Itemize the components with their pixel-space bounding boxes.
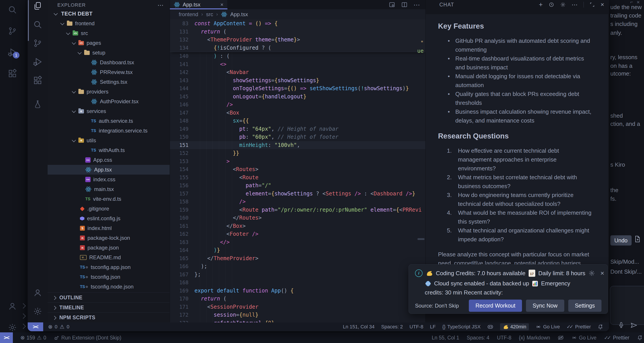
run-task-indicator[interactable]: Run Extension (Dont Skip) [54,335,121,341]
go-live-indicator[interactable]: Go Live [571,335,596,341]
tree-item-tsconfig-app-json[interactable]: TS⚙tsconfig.app.json [48,262,170,272]
code-line-158[interactable]: 158 /> [170,198,426,206]
code-line-166[interactable]: 166 ); [170,262,426,270]
undo-button[interactable]: Undo [610,235,632,245]
encoding[interactable]: UTF-8 [410,324,423,330]
code-line-146[interactable]: 146 /> [170,101,426,109]
tree-item-utils[interactable]: ⚒utils [48,136,170,145]
code-line-172[interactable]: 172 session={null} [170,311,426,319]
search-icon[interactable] [8,5,17,15]
cursor-position[interactable]: Ln 55, Col 1 [432,335,459,341]
code-line-142[interactable]: 142 <Navbar [170,68,426,77]
toast-close-icon[interactable]: × [600,269,604,277]
tree-item-auth-service-ts[interactable]: TSauth.service.ts [48,116,170,126]
code-line-157[interactable]: 157 element={showSettings ? <Settings />… [170,190,426,198]
code-line-154[interactable]: 154 <Routes> [170,165,426,173]
tree-item-app-css[interactable]: cssApp.css [48,155,170,165]
code-line-141[interactable]: 141 <> [170,60,426,69]
cursor-position[interactable]: Ln 151, Col 34 [343,324,374,330]
code-line-162[interactable]: 162 <Footer /> [170,230,426,238]
chat-more-icon[interactable]: ⋯ [572,1,578,9]
tree-item-readme-md[interactable]: M↓README.md [48,253,170,262]
language-mode[interactable]: {}TypeScript JSX [442,324,480,330]
chat-input-box[interactable] [610,286,644,325]
tab-close-icon[interactable]: × [220,2,224,8]
remote-indicator[interactable]: >< [28,322,43,331]
tree-item-dashboard-tsx[interactable]: Dashboard.tsx [48,58,170,67]
tree-item-integration-service-ts[interactable]: TSintegration.service.ts [48,126,170,136]
settings-gear-icon[interactable] [8,323,17,332]
code-line-149[interactable]: 149 pt: "64px", // Height of navbar [170,125,426,133]
go-live-indicator[interactable]: Go Live [536,324,560,330]
remote-indicator[interactable]: >< [0,332,13,343]
more-actions-icon[interactable]: ⋯ [158,2,164,9]
tree-item-services[interactable]: ⚙services [48,106,170,116]
tree-item-index-html[interactable]: 5index.html [48,223,170,233]
account-icon[interactable] [32,288,43,298]
chevron-down-icon[interactable] [643,323,644,327]
copilot-icon[interactable] [487,324,494,329]
debug-icon[interactable]: 1 [8,48,17,57]
settings-gear-icon[interactable] [32,306,43,316]
indentation[interactable]: Spaces: 2 [381,324,403,330]
explorer-files-icon[interactable] [32,1,43,11]
new-chat-icon[interactable]: + [539,1,543,9]
code-line-160[interactable]: 160 </Routes> [170,214,426,222]
section-timeline[interactable]: TIMELINE [48,302,170,312]
tree-item--gitignore[interactable]: .gitignore [48,204,170,214]
code-line-159[interactable]: 159 <Route path="/pr/:owner/:repo/:prNum… [170,206,426,214]
source-control-icon[interactable] [32,38,43,48]
section-outline[interactable]: OUTLINE [48,292,170,302]
code-line-151[interactable]: 151 minHeight: "100vh", [170,141,426,149]
debug-icon[interactable] [32,57,43,67]
code-line-152[interactable]: 152 }} [170,149,426,157]
tree-item-withauth-ts[interactable]: TSwithAuth.ts [48,145,170,155]
history-icon[interactable] [548,2,554,8]
code-line-145[interactable]: 145 onLogout={handleLogout} [170,93,426,101]
settings-button[interactable]: Settings [568,299,602,312]
code-line-148[interactable]: 148 sx={{ [170,117,426,125]
bell-icon[interactable] [637,335,643,340]
expand-icon[interactable] [590,2,595,7]
eol[interactable]: LF [430,324,436,330]
tree-item-tsconfig-json[interactable]: TS⚙tsconfig.json [48,272,170,282]
tree-item-package-lock-json[interactable]: npackage-lock.json [48,233,170,243]
problems-indicator[interactable]: ⊗159 ⚠0 [20,334,46,341]
breadcrumb[interactable]: frontend› src› App.tsx [170,9,426,20]
code-line-131[interactable]: 131 return ( [170,28,426,36]
microphone-icon[interactable] [618,322,624,329]
code-line-83[interactable]: 83const AppContent = () => { [170,20,426,28]
account-icon[interactable] [8,301,17,311]
editor-scrollbar[interactable] [418,238,424,240]
send-icon[interactable] [630,322,638,328]
tree-item-package-json[interactable]: npackage.json [48,243,170,253]
activity-scrollbar[interactable] [28,0,29,41]
tree-item-tech-debt[interactable]: TECH DEBT [48,9,170,19]
tree-item-vite-env-d-ts[interactable]: TSvite-env.d.ts [48,194,170,204]
tree-item-eslint-config-js[interactable]: eslint.config.js [48,214,170,223]
test-flask-icon[interactable] [32,99,43,110]
language-mode[interactable]: {x}Markdown [519,335,550,341]
tree-item-main-tsx[interactable]: main.tsx [48,184,170,194]
section-npm-scripts[interactable]: NPM SCRIPTS [48,312,170,322]
tree-item-settings-tsx[interactable]: Settings.tsx [48,77,170,87]
tree-item-pages[interactable]: </>pages [48,38,170,48]
code-line-163[interactable]: 163 </> [170,238,426,246]
bell-icon[interactable] [598,324,603,330]
tree-item-providers[interactable]: providers [48,87,170,97]
code-line-132[interactable]: 132 <ThemeProvider theme={theme}> [170,36,426,44]
tree-item-authprovider-tsx[interactable]: AuthProvider.tsx [48,97,170,106]
code-line-167[interactable]: 167}; [170,270,426,279]
code-line-147[interactable]: 147 <Box [170,109,426,117]
code-line-140[interactable]: 140 ) : ( [170,52,426,60]
code-line-171[interactable]: 171 <SessionProvider [170,303,426,311]
new-file-icon[interactable] [634,235,641,243]
search-icon[interactable] [32,20,43,30]
code-line-143[interactable]: 143 showSettings={showSettings} [170,77,426,85]
prettier-indicator[interactable]: ✓✓ Prettier [566,324,591,330]
source-control-icon[interactable] [8,26,17,36]
code-line-170[interactable]: 170 return ( [170,295,426,303]
code-line-156[interactable]: 156 path="/" [170,181,426,190]
sync-now-button[interactable]: Sync Now [526,299,564,312]
coding-time-indicator[interactable]: 420min [500,323,529,330]
